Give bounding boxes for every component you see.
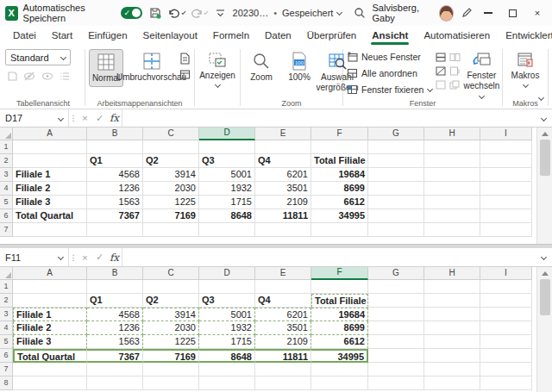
cell-C7[interactable] — [143, 363, 199, 376]
cell-H5[interactable] — [424, 335, 480, 349]
cell-I7[interactable] — [480, 223, 532, 237]
cell-D2[interactable]: Q3 — [199, 294, 255, 308]
cell-A6[interactable]: Total Quartal — [13, 349, 87, 363]
cell-B7[interactable] — [87, 223, 143, 237]
cell-E1[interactable] — [255, 140, 311, 154]
cell-H3[interactable] — [424, 308, 480, 321]
tab-daten[interactable]: Daten — [257, 26, 299, 45]
quick-access-overflow-icon[interactable] — [212, 4, 227, 22]
cell-D1[interactable] — [199, 140, 255, 154]
split-icon[interactable] — [436, 53, 446, 62]
cell-E6[interactable]: 11811 — [255, 349, 311, 363]
unhide-window-icon[interactable] — [436, 80, 446, 90]
exit-view-icon[interactable] — [23, 71, 36, 84]
cell-E7[interactable] — [255, 223, 311, 237]
row-header-7[interactable]: 7 — [0, 363, 13, 376]
cell-B2[interactable]: Q1 — [87, 154, 143, 168]
cancel-icon[interactable]: × — [78, 109, 92, 127]
cell-I4[interactable] — [480, 182, 532, 196]
enter-icon[interactable]: ✓ — [92, 109, 107, 127]
cell-D4[interactable]: 1932 — [199, 182, 255, 196]
cell-D6[interactable]: 8648 — [199, 209, 255, 223]
cell-A2[interactable] — [13, 294, 87, 308]
cell-H6[interactable] — [424, 349, 480, 363]
cell-H2[interactable] — [424, 294, 480, 308]
cell-E2[interactable]: Q4 — [255, 154, 311, 168]
cell-C5[interactable]: 1225 — [143, 335, 199, 349]
cell-B6[interactable]: 7367 — [87, 349, 143, 363]
cell-E3[interactable]: 6201 — [255, 308, 311, 321]
cell-G8[interactable] — [368, 376, 424, 390]
column-header-E[interactable]: E — [255, 267, 311, 280]
cell-D3[interactable]: 5001 — [199, 308, 255, 321]
row-header-4[interactable]: 4 — [0, 182, 13, 196]
maximize-icon[interactable] — [503, 3, 522, 22]
search-icon[interactable] — [352, 4, 367, 22]
cell-C7[interactable] — [143, 223, 199, 237]
undo-icon[interactable] — [167, 4, 185, 22]
expand-formula-bar-icon[interactable] — [535, 109, 552, 127]
cell-C5[interactable]: 1225 — [143, 196, 199, 209]
tab-einfügen[interactable]: Einfügen — [80, 26, 135, 45]
cell-G4[interactable] — [368, 182, 424, 196]
cell-G3[interactable] — [368, 308, 424, 321]
column-header-A[interactable]: A — [13, 128, 87, 140]
tab-entwicklertools[interactable]: Entwicklertools — [498, 26, 552, 45]
zoom-button[interactable]: Zoom — [244, 49, 279, 85]
cell-A7[interactable] — [13, 223, 87, 237]
cell-A3[interactable]: Filiale 1 — [13, 168, 87, 182]
cell-E8[interactable] — [255, 376, 311, 390]
cell-F2[interactable]: Total Filiale — [311, 294, 368, 308]
column-header-E[interactable]: E — [255, 128, 311, 140]
row-header-2[interactable]: 2 — [0, 294, 13, 308]
cell-C6[interactable]: 7169 — [143, 349, 199, 363]
new-view-icon[interactable] — [41, 71, 54, 84]
cell-H8[interactable] — [424, 376, 480, 390]
cell-I5[interactable] — [480, 196, 532, 209]
cell-H7[interactable] — [424, 223, 480, 237]
select-all-corner[interactable] — [0, 128, 13, 140]
formula-input-top[interactable] — [122, 109, 535, 127]
column-header-F[interactable]: F — [311, 128, 368, 140]
cell-C4[interactable]: 2030 — [143, 321, 199, 335]
keep-view-icon[interactable] — [7, 71, 18, 84]
cell-B3[interactable]: 4568 — [87, 308, 143, 321]
cell-G6[interactable] — [368, 209, 424, 223]
tab-formeln[interactable]: Formeln — [205, 26, 257, 45]
cell-B7[interactable] — [87, 363, 143, 376]
tab-seitenlayout[interactable]: Seitenlayout — [135, 26, 205, 45]
close-icon[interactable]: × — [528, 3, 547, 22]
cell-G7[interactable] — [368, 363, 424, 376]
cell-E5[interactable]: 2109 — [255, 335, 311, 349]
insert-function-icon[interactable]: fx — [107, 109, 122, 127]
cell-D4[interactable]: 1932 — [199, 321, 255, 335]
cell-F3[interactable]: 19684 — [311, 308, 368, 321]
cell-I7[interactable] — [480, 363, 532, 376]
cell-A5[interactable]: Filiale 3 — [13, 196, 87, 209]
document-title[interactable]: 20230… — [233, 8, 269, 18]
row-header-1[interactable]: 1 — [0, 280, 13, 294]
cell-C3[interactable]: 3914 — [143, 168, 199, 182]
row-header-4[interactable]: 4 — [0, 321, 13, 335]
row-header-6[interactable]: 6 — [0, 209, 13, 223]
cell-A1[interactable] — [13, 140, 87, 154]
column-header-C[interactable]: C — [143, 128, 199, 140]
tab-überprüfen[interactable]: Überprüfen — [299, 26, 365, 45]
cell-B2[interactable]: Q1 — [87, 294, 143, 308]
row-header-5[interactable]: 5 — [0, 196, 13, 209]
cell-H2[interactable] — [424, 154, 480, 168]
sheet-view-dropdown[interactable]: Standard — [5, 49, 71, 65]
name-box-resizer[interactable]: ⋮ — [69, 109, 78, 127]
scroll-up-icon[interactable] — [542, 271, 549, 276]
cell-I3[interactable] — [480, 168, 532, 182]
column-header-C[interactable]: C — [143, 267, 199, 280]
cell-F1[interactable] — [311, 140, 368, 154]
cell-B5[interactable]: 1563 — [87, 335, 143, 349]
cell-H5[interactable] — [424, 196, 480, 209]
column-header-G[interactable]: G — [368, 267, 424, 280]
cancel-icon[interactable]: × — [78, 248, 92, 266]
scroll-up-icon[interactable] — [542, 132, 549, 136]
cell-H6[interactable] — [424, 209, 480, 223]
cell-I1[interactable] — [480, 280, 532, 294]
cell-C6[interactable]: 7169 — [143, 209, 199, 223]
